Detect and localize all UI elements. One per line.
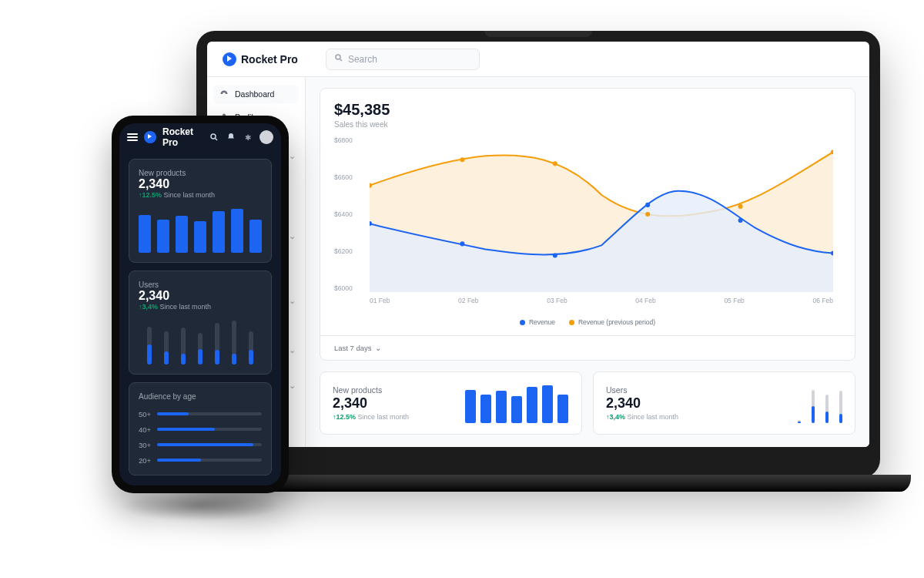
users-bar-chart [758,383,842,423]
svg-point-0 [336,55,340,59]
svg-point-5 [553,254,557,258]
search-input[interactable]: Search [326,49,480,70]
stat-label: Users [606,385,747,395]
brand-logo-icon [144,131,156,143]
svg-line-16 [216,139,218,141]
sales-subtitle: Sales this week [334,120,841,129]
svg-point-7 [738,218,743,223]
stat-value: 2,340 [333,395,454,412]
mobile-new-products-card: New products 2,340 ↑12.5% Since last mon… [129,159,272,263]
age-row: 20+ [139,455,262,465]
chevron-down-icon: ⌄ [289,231,296,240]
avatar[interactable] [259,130,273,144]
sun-icon[interactable]: ✱ [243,132,253,143]
laptop-notch [484,31,592,37]
svg-point-6 [645,203,650,207]
sidebar-item-label: Dashboard [235,89,274,99]
legend-prev[interactable]: Revenue (previous period) [569,318,655,326]
period-dropdown[interactable]: Last 7 days ⌄ [320,335,855,360]
new-products-bar-chart [465,383,569,423]
age-row: 30+ [139,439,262,450]
dot-icon [569,320,574,325]
new-products-card: New products 2,340 ↑12.5% Since last mon… [320,371,582,435]
mobile-users-bars [139,318,262,365]
audience-bars: 50+ 40+ 30+ 20+ [139,408,262,465]
search-icon [334,53,343,65]
legend-revenue[interactable]: Revenue [520,318,555,326]
svg-point-13 [738,204,743,209]
stat-value: 2,340 [139,177,262,191]
svg-point-11 [553,161,557,166]
chevron-down-icon: ⌄ [289,381,296,390]
mobile-users-card: Users 2,340 ↑3,4% Since last month [129,271,272,375]
gauge-icon [219,89,229,99]
sidebar-item-dashboard[interactable]: Dashboard [213,85,299,103]
stat-label: New products [139,169,262,177]
brand[interactable]: Rocket Pro [223,52,298,66]
chevron-down-icon: ⌄ [289,151,296,160]
main-panel: $45,385 Sales this week $6800 $6600 $640… [306,77,869,447]
svg-point-4 [460,241,464,246]
svg-point-15 [211,134,216,139]
app-header: Rocket Pro Search [207,42,869,77]
stat-value: 2,340 [606,395,747,412]
laptop-mockup: Rocket Pro Search D [196,31,880,478]
chart-legend: Revenue Revenue (previous period) [334,318,841,326]
sales-line-chart: $6800 $6600 $6400 $6200 $6000 [334,136,841,314]
svg-point-12 [645,212,650,217]
svg-line-1 [340,59,342,62]
y-axis-ticks: $6800 $6600 $6400 $6200 $6000 [334,136,362,292]
stat-label: Users [139,281,262,289]
mobile-header: Rocket Pro ✱ [119,123,281,151]
stat-delta: ↑12.5% Since last month [139,191,262,199]
users-card: Users 2,340 ↑3,4% Since last month [593,371,855,435]
chevron-down-icon: ⌄ [289,296,296,305]
brand-name: Rocket Pro [241,53,298,66]
dot-icon [520,320,525,325]
mobile-audience-card: Audience by age 50+ 40+ 30+ 20+ [129,382,272,476]
stat-label: New products [333,385,454,395]
stat-delta: ↑12.5% Since last month [333,413,454,421]
chevron-down-icon: ⌄ [375,344,381,352]
transactions-heading: Transactions [129,485,272,486]
phone-mockup: Rocket Pro ✱ New products 2,340 ↑12.5% S… [112,116,289,493]
svg-point-10 [460,157,464,162]
search-icon[interactable] [209,132,219,143]
age-row: 50+ [139,408,262,419]
chevron-down-icon: ⌄ [289,345,296,355]
brand-logo-icon [223,52,236,66]
sales-value: $45,385 [334,101,841,119]
stat-value: 2,340 [139,289,262,303]
phone-screen: Rocket Pro ✱ New products 2,340 ↑12.5% S… [119,123,281,486]
stat-delta: ↑3,4% Since last month [606,413,747,421]
stat-label: Audience by age [139,392,262,401]
hamburger-icon[interactable] [127,133,138,141]
age-row: 40+ [139,424,262,435]
search-placeholder: Search [348,54,377,65]
bell-icon[interactable] [226,132,236,143]
mobile-new-products-bars [139,207,262,253]
x-axis-ticks: 01 Feb 02 Feb 03 Feb 04 Feb 05 Feb 06 Fe… [370,297,833,304]
stat-delta: ↑3,4% Since last month [139,303,262,311]
brand-name: Rocket Pro [162,126,203,148]
sales-card: $45,385 Sales this week $6800 $6600 $640… [320,88,855,361]
laptop-screen: Rocket Pro Search D [207,42,869,447]
